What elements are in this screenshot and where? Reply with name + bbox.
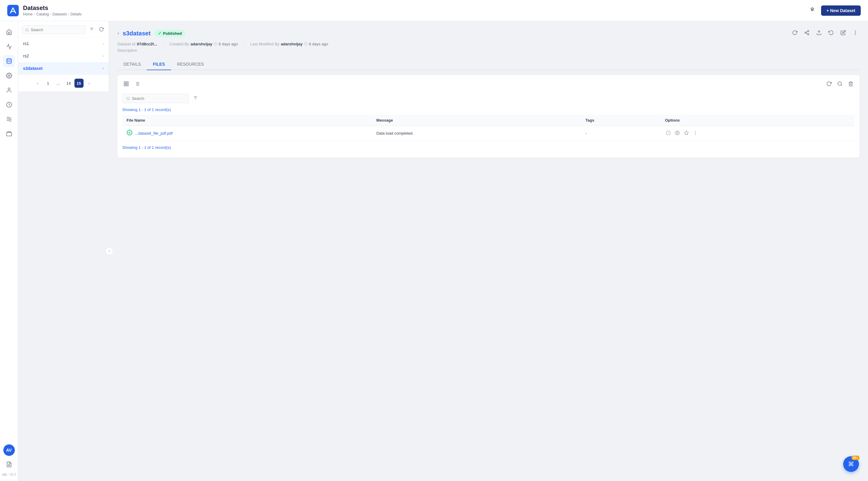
sidebar-collapse-button[interactable]: ‹ (105, 247, 113, 255)
upload-dataset-button[interactable] (815, 28, 823, 38)
logo (7, 5, 19, 16)
pagination-page-14[interactable]: 14 (64, 79, 73, 88)
sidebar-item-label-rs2: rs2 (23, 54, 29, 58)
pagination-prev-button[interactable]: ‹ (33, 79, 42, 88)
sidebar-search-input[interactable] (31, 28, 82, 32)
files-panel: Showing 1 - 1 of 1 record(s) File Name M… (117, 75, 860, 158)
files-toolbar-right (825, 80, 855, 89)
list-view-button[interactable] (133, 80, 141, 89)
breadcrumb-details: Details (70, 12, 82, 16)
file-options-cell (661, 126, 855, 141)
file-info-button[interactable] (665, 129, 672, 137)
file-more-button[interactable] (692, 129, 699, 137)
refresh-files-button[interactable] (825, 80, 833, 89)
nav-users-button[interactable] (3, 84, 15, 96)
breadcrumb-datasets[interactable]: Datasets (52, 12, 67, 16)
meta-modified-ago: 8 days ago (309, 42, 329, 46)
records-count-bottom[interactable]: Showing 1 - 1 of 1 record(s) (122, 145, 855, 150)
file-name-link[interactable]: ...dataset_file_pdf.pdf (135, 131, 173, 135)
files-search-icon (126, 96, 130, 101)
svg-point-15 (805, 32, 806, 34)
meta-id-label: Dataset Id (117, 42, 135, 46)
file-settings-button[interactable] (674, 129, 681, 137)
files-search-input-wrap[interactable] (122, 94, 189, 103)
nav-settings-button[interactable] (3, 70, 15, 82)
nav-analytics-button[interactable] (3, 40, 15, 53)
meta-id-value: 07d8cc2f... (137, 42, 157, 46)
records-count-top[interactable]: Showing 1 - 1 of 1 record(s) (122, 107, 855, 112)
sidebar-item-chevron-s3dataset: › (102, 66, 104, 70)
meta-created-by: adarshvijay (191, 42, 213, 46)
file-star-button[interactable] (683, 129, 690, 137)
breadcrumb-catalog[interactable]: Catalog (36, 12, 49, 16)
meta-id-section: Dataset Id 07d8cc2f... (117, 42, 163, 46)
grid-view-button[interactable] (122, 80, 130, 89)
table-header-row: File Name Message Tags Options (122, 115, 855, 126)
edit-dataset-button[interactable] (839, 28, 847, 38)
nav-monitoring-button[interactable] (3, 99, 15, 111)
meta-modified-label: Last Modified By (250, 42, 279, 46)
svg-rect-25 (124, 85, 126, 86)
sidebar-item-label-rs1: rs1 (23, 41, 29, 46)
refresh-dataset-button[interactable] (790, 28, 799, 38)
sidebar-search-input-wrap[interactable] (22, 25, 86, 34)
files-table: File Name Message Tags Options (122, 115, 855, 141)
sidebar-item-rs1[interactable]: rs1 › (18, 37, 108, 50)
sidebar-list: rs1 › rs2 › s3dataset › (18, 37, 108, 75)
svg-point-1 (811, 9, 813, 11)
svg-point-16 (807, 34, 809, 35)
search-files-button[interactable] (836, 80, 844, 89)
header-right: + New Dataset (807, 5, 861, 16)
left-nav: AV adp - V2.2 (0, 21, 18, 481)
share-dataset-button[interactable] (803, 28, 811, 38)
header-settings-button[interactable] (807, 5, 817, 16)
main-content: ‹ s3dataset ✓ Published (109, 21, 868, 481)
tab-resources[interactable]: RESOURCES (171, 59, 210, 70)
table-row: ...dataset_file_pdf.pdf Data load comple… (122, 126, 855, 141)
delete-files-button[interactable] (847, 80, 855, 89)
svg-point-44 (677, 132, 678, 133)
pagination-page-1[interactable]: 1 (43, 79, 53, 88)
pagination-next-button[interactable]: › (85, 79, 94, 88)
svg-line-17 (806, 33, 807, 34)
published-dot: ✓ (158, 31, 162, 36)
nav-datasets-button[interactable] (3, 55, 15, 67)
sidebar-item-chevron-rs2: › (102, 54, 104, 58)
svg-point-47 (695, 132, 695, 133)
col-tags: Tags (581, 115, 661, 126)
dataset-description: Description (117, 48, 860, 53)
tab-files[interactable]: FILES (147, 59, 171, 70)
dataset-header: ‹ s3dataset ✓ Published (117, 28, 860, 38)
more-options-button[interactable] (851, 28, 860, 38)
svg-line-18 (806, 31, 807, 32)
meta-created-label: Created By (169, 42, 189, 46)
sidebar-item-s3dataset[interactable]: s3dataset › (18, 62, 108, 75)
nav-streams-button[interactable] (3, 113, 15, 125)
tab-details[interactable]: DETAILS (117, 59, 147, 70)
breadcrumb: Home › Catalog › Datasets › Details (23, 12, 82, 16)
svg-point-33 (838, 82, 841, 85)
sidebar-refresh-icon[interactable] (98, 26, 105, 34)
breadcrumb-home[interactable]: Home (23, 12, 33, 16)
published-badge: ✓ Published (154, 30, 186, 37)
history-dataset-button[interactable] (827, 28, 835, 38)
notification-badge[interactable]: 99+ ⌘ (843, 456, 859, 472)
new-dataset-button[interactable]: + New Dataset (821, 5, 861, 16)
nav-docs-button[interactable] (3, 458, 15, 471)
pagination-page-15[interactable]: 15 (74, 79, 84, 88)
files-filter-button[interactable] (192, 94, 199, 103)
svg-rect-6 (6, 132, 11, 136)
back-arrow[interactable]: ‹ (117, 31, 119, 36)
svg-point-9 (26, 28, 28, 31)
top-header: Datasets Home › Catalog › Datasets › Det… (0, 0, 868, 21)
nav-home-button[interactable] (3, 26, 15, 38)
user-avatar-button[interactable]: AV (3, 444, 15, 456)
sidebar-item-rs2[interactable]: rs2 › (18, 50, 108, 62)
nav-bottom: AV adp - V2.2 (2, 444, 16, 476)
file-tags-cell: - (581, 126, 661, 141)
sidebar-filter-icon[interactable] (88, 26, 95, 34)
version-text: adp - V2.2 (2, 473, 16, 476)
nav-storage-button[interactable] (3, 128, 15, 140)
files-search-input[interactable] (132, 96, 185, 101)
svg-point-46 (695, 131, 695, 132)
